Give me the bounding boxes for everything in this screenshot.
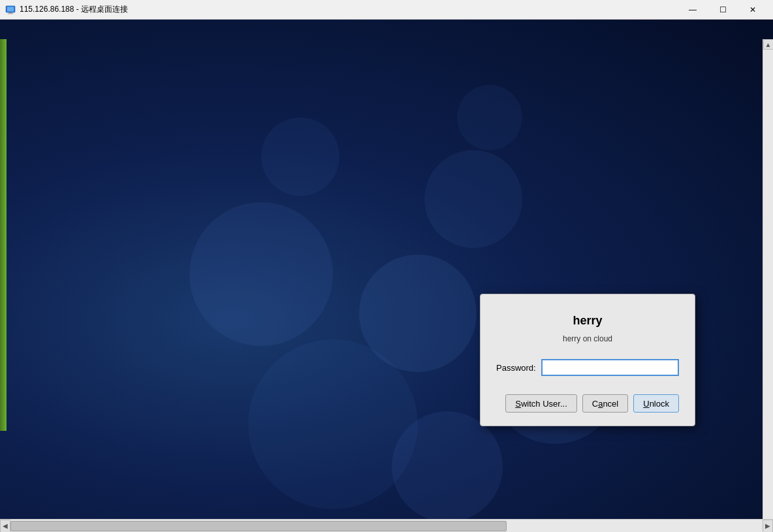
password-row: Password: xyxy=(496,359,679,376)
switch-user-button[interactable]: Switch User... xyxy=(505,394,576,413)
maximize-button[interactable]: ☐ xyxy=(708,0,738,20)
unlock-button[interactable]: Unlock xyxy=(633,394,679,413)
remote-desktop-icon xyxy=(5,5,16,15)
desktop-background: herry herry on cloud Password: Switch Us… xyxy=(0,20,773,519)
title-bar-controls: — ☐ ✕ xyxy=(678,0,768,20)
title-bar: 115.126.86.188 - 远程桌面连接 — ☐ ✕ xyxy=(0,0,773,20)
minimize-button[interactable]: — xyxy=(678,0,708,20)
taskbar-item xyxy=(0,39,7,431)
right-scroll-track xyxy=(763,50,773,522)
password-label: Password: xyxy=(496,363,536,373)
scroll-track xyxy=(10,520,763,532)
dialog-buttons: Switch User... Cancel Unlock xyxy=(496,394,679,413)
lock-dialog: herry herry on cloud Password: Switch Us… xyxy=(480,294,695,426)
scroll-left-button[interactable]: ◀ xyxy=(0,520,10,533)
title-bar-text: 115.126.86.188 - 远程桌面连接 xyxy=(20,4,678,15)
close-button[interactable]: ✕ xyxy=(738,0,768,20)
svg-rect-1 xyxy=(7,7,14,11)
dialog-username: herry xyxy=(573,314,602,328)
scroll-up-button[interactable]: ▲ xyxy=(763,39,774,50)
scroll-right-button[interactable]: ▶ xyxy=(763,520,773,533)
svg-rect-3 xyxy=(8,13,14,14)
password-input[interactable] xyxy=(541,359,679,376)
cancel-button[interactable]: Cancel xyxy=(582,394,628,413)
switch-user-label-rest: witch User... xyxy=(521,399,567,409)
right-scrollbar: ▲ ▼ xyxy=(763,39,773,532)
bottom-scrollbar: ◀ ▶ xyxy=(0,519,773,532)
scroll-thumb xyxy=(10,521,507,531)
remote-desktop-area: herry herry on cloud Password: Switch Us… xyxy=(0,20,773,532)
svg-rect-2 xyxy=(8,12,12,14)
dialog-subtitle: herry on cloud xyxy=(563,334,612,343)
